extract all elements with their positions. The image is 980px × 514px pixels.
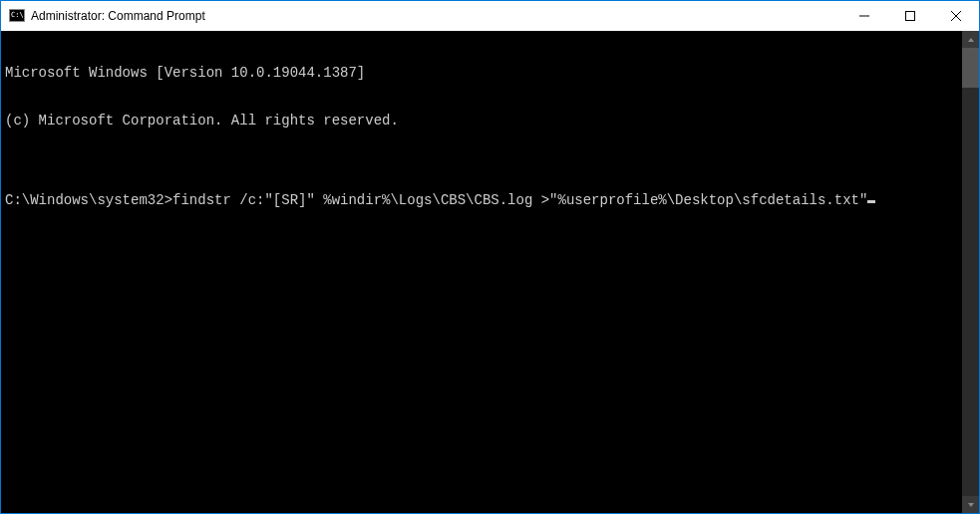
console-prompt-line: C:\Windows\system32>findstr /c:"[SR]" %w… xyxy=(5,192,958,208)
console-prompt: C:\Windows\system32> xyxy=(5,192,172,208)
window-title: Administrator: Command Prompt xyxy=(31,9,205,23)
console-line: (c) Microsoft Corporation. All rights re… xyxy=(5,113,958,128)
scroll-up-button[interactable] xyxy=(962,31,979,48)
scroll-down-button[interactable] xyxy=(962,496,979,513)
console-line: Microsoft Windows [Version 10.0.19044.13… xyxy=(5,65,958,81)
svg-marker-7 xyxy=(968,503,974,507)
scrollbar-thumb[interactable] xyxy=(962,48,979,88)
minimize-button[interactable] xyxy=(841,1,887,31)
maximize-button[interactable] xyxy=(887,1,933,31)
text-cursor xyxy=(867,200,875,203)
client-area: Microsoft Windows [Version 10.0.19044.13… xyxy=(1,31,979,513)
svg-rect-3 xyxy=(906,12,915,21)
console-output[interactable]: Microsoft Windows [Version 10.0.19044.13… xyxy=(1,31,962,513)
close-button[interactable] xyxy=(933,1,979,31)
window-controls xyxy=(841,1,979,31)
titlebar[interactable]: C:\ Administrator: Command Prompt xyxy=(1,1,979,31)
vertical-scrollbar[interactable] xyxy=(962,31,979,513)
svg-marker-6 xyxy=(968,38,974,42)
svg-text:C:\: C:\ xyxy=(11,11,24,19)
console-command: findstr /c:"[SR]" %windir%\Logs\CBS\CBS.… xyxy=(172,192,867,208)
cmd-icon: C:\ xyxy=(9,8,25,24)
window-frame: C:\ Administrator: Command Prompt Micros… xyxy=(0,0,980,514)
scrollbar-track[interactable] xyxy=(962,48,979,496)
